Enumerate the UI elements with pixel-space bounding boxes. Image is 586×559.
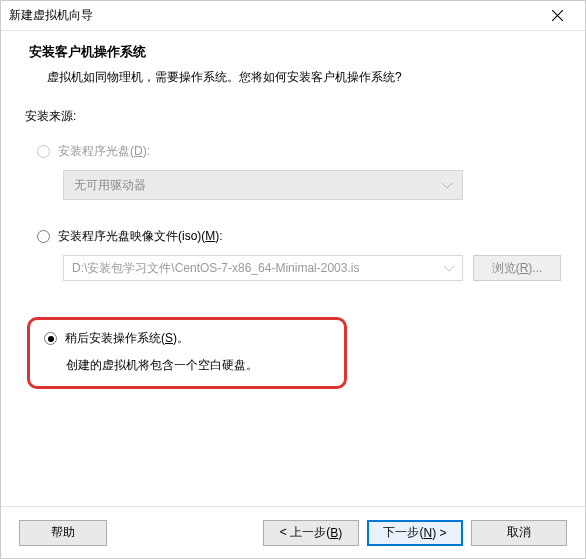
help-button[interactable]: 帮助 xyxy=(19,520,107,546)
option-disc-label: 安装程序光盘(D): xyxy=(58,143,150,160)
radio-disc xyxy=(37,145,50,158)
install-source-label: 安装来源: xyxy=(25,108,561,125)
browse-button: 浏览(R)... xyxy=(473,255,561,281)
radio-later[interactable] xyxy=(44,332,57,345)
radio-iso[interactable] xyxy=(37,230,50,243)
option-iso[interactable]: 安装程序光盘映像文件(iso)(M): xyxy=(37,228,561,245)
body: 安装来源: 安装程序光盘(D): 无可用驱动器 安装程序光盘映像文件(iso)(… xyxy=(1,102,585,506)
titlebar: 新建虚拟机向导 xyxy=(1,1,585,31)
header-title: 安装客户机操作系统 xyxy=(29,43,557,61)
header: 安装客户机操作系统 虚拟机如同物理机，需要操作系统。您将如何安装客户机操作系统? xyxy=(1,31,585,102)
disc-drive-value: 无可用驱动器 xyxy=(74,177,146,194)
option-later-desc: 创建的虚拟机将包含一个空白硬盘。 xyxy=(66,357,330,374)
option-disc: 安装程序光盘(D): xyxy=(37,143,561,160)
window-title: 新建虚拟机向导 xyxy=(9,7,537,24)
option-later[interactable]: 稍后安装操作系统(S)。 xyxy=(44,330,330,347)
cancel-button[interactable]: 取消 xyxy=(471,520,567,546)
chevron-down-icon xyxy=(442,178,452,192)
back-button[interactable]: < 上一步(B) xyxy=(263,520,359,546)
close-button[interactable] xyxy=(537,2,577,30)
option-later-label: 稍后安装操作系统(S)。 xyxy=(65,330,189,347)
iso-path-value: D:\安装包学习文件\CentOS-7-x86_64-Minimal-2003.… xyxy=(72,260,359,277)
disc-drive-dropdown: 无可用驱动器 xyxy=(63,170,463,200)
footer: 帮助 < 上一步(B) 下一步(N) > 取消 xyxy=(1,506,585,558)
chevron-down-icon xyxy=(444,261,454,275)
next-button[interactable]: 下一步(N) > xyxy=(367,520,463,546)
highlight-annotation: 稍后安装操作系统(S)。 创建的虚拟机将包含一个空白硬盘。 xyxy=(27,317,347,389)
iso-row: D:\安装包学习文件\CentOS-7-x86_64-Minimal-2003.… xyxy=(63,255,561,281)
header-desc: 虚拟机如同物理机，需要操作系统。您将如何安装客户机操作系统? xyxy=(29,69,557,86)
close-icon xyxy=(552,10,563,21)
iso-path-combobox: D:\安装包学习文件\CentOS-7-x86_64-Minimal-2003.… xyxy=(63,255,463,281)
wizard-window: 新建虚拟机向导 安装客户机操作系统 虚拟机如同物理机，需要操作系统。您将如何安装… xyxy=(0,0,586,559)
option-iso-label: 安装程序光盘映像文件(iso)(M): xyxy=(58,228,223,245)
